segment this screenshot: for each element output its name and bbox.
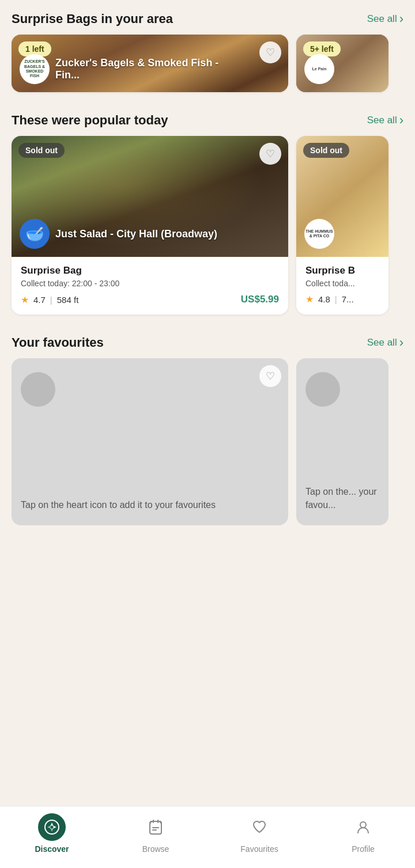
popular-today-see-all[interactable]: See all [367,113,403,128]
fav-placeholder-text-1: Tap on the heart icon to add it to your … [21,499,216,516]
just-salad-fav-button[interactable]: ♡ [259,143,281,165]
just-salad-collect-time: Collect today: 22:00 - 23:00 [21,279,279,288]
just-salad-distance: 584 ft [57,295,79,305]
browse-nav-label: Browse [142,844,169,854]
svg-rect-6 [152,827,159,828]
fav-placeholder-text-2: Tap on the... your favou... [305,486,379,516]
surprise-bags-see-all[interactable]: See all [367,12,403,26]
zucker-logo-circle: ZUCKER'SBAGELS &SMOKEDFISH [20,54,50,84]
just-salad-card-image: Sold out ♡ 🥣 Just Salad - City Hall (Bro… [12,136,288,257]
profile-icon [355,819,371,835]
favourites-icon-wrap [246,813,273,841]
just-salad-price: US$5.99 [241,294,279,305]
surprise-bags-header: Surprise Bags in your area See all [12,12,403,26]
hummus-logo: THE HUMMUS & PITA CO [304,219,334,249]
svg-point-0 [45,820,59,834]
popular-today-cards-row: Sold out ♡ 🥣 Just Salad - City Hall (Bro… [12,136,403,314]
favourites-see-all[interactable]: See all [367,335,403,350]
favourites-section: Your favourites See all ♡ Tap on the hea… [12,335,403,525]
nav-item-browse[interactable]: Browse [104,813,207,854]
lepain-card-image: 5+ left Le Pain [296,35,388,92]
just-salad-rating: 4.7 [33,295,46,305]
bottom-nav: Discover Browse Favourites [0,806,415,868]
browse-icon-wrap [142,813,169,841]
nav-item-discover[interactable]: Discover [0,813,104,854]
svg-rect-7 [152,829,157,831]
discover-icon-wrap [38,813,66,841]
profile-icon-wrap [349,813,377,841]
surprise-bags-section: Surprise Bags in your area See all 1 lef… [12,12,403,92]
nav-item-profile[interactable]: Profile [311,813,415,854]
hummus-bag-label: Surprise B [305,265,379,276]
nav-item-favourites[interactable]: Favourites [207,813,311,854]
hummus-collect-time: Collect toda... [305,279,379,288]
hummus-card-image: Sold out THE HUMMUS & PITA CO [296,136,388,257]
profile-nav-label: Profile [352,844,375,854]
discover-nav-label: Discover [35,844,69,854]
hummus-card-partial[interactable]: Sold out THE HUMMUS & PITA CO Surprise B… [296,136,388,314]
popular-today-section: These were popular today See all Sold ou… [12,113,403,314]
popular-today-header: These were popular today See all [12,113,403,128]
hummus-card-footer: ★ 4.8 | 7... [305,294,379,305]
browse-icon [148,819,164,835]
main-content: Surprise Bags in your area See all 1 lef… [0,0,415,615]
surprise-bags-title: Surprise Bags in your area [12,12,173,26]
fav-placeholder-heart-1[interactable]: ♡ [259,365,281,387]
hummus-star-icon: ★ [305,294,314,305]
favourites-icon [251,819,267,835]
hummus-rating: 4.8 [318,294,330,304]
just-salad-rating-dist: ★ 4.7 | 584 ft [21,294,78,305]
fav-placeholder-card-1[interactable]: ♡ Tap on the heart icon to add it to you… [12,358,288,525]
hummus-rating-dist: ★ 4.8 | 7... [305,294,354,305]
zucker-fav-button[interactable]: ♡ [259,41,281,63]
discover-icon [44,819,60,835]
just-salad-badge: Sold out [18,143,65,158]
just-salad-card-body: Surprise Bag Collect today: 22:00 - 23:0… [12,257,288,314]
just-salad-card[interactable]: Sold out ♡ 🥣 Just Salad - City Hall (Bro… [12,136,288,314]
just-salad-star-icon: ★ [21,294,29,305]
favourites-header: Your favourites See all [12,335,403,350]
fav-placeholder-logo-1 [21,372,55,407]
zucker-store-logo: ZUCKER'SBAGELS &SMOKEDFISH Zucker's Bage… [20,54,240,84]
just-salad-card-footer: ★ 4.7 | 584 ft US$5.99 [21,294,279,305]
svg-point-8 [360,822,366,828]
hummus-card-body: Surprise B Collect toda... ★ 4.8 | 7... [296,257,388,314]
favourites-cards-row: ♡ Tap on the heart icon to add it to you… [12,358,403,525]
svg-marker-4 [52,825,56,829]
lepain-logo: Le Pain [304,54,334,84]
favourites-nav-label: Favourites [240,844,278,854]
just-salad-store-logo: 🥣 Just Salad - City Hall (Broadway) [20,219,217,249]
fav-placeholder-logo-2 [305,372,340,407]
zucker-card[interactable]: 1 left ♡ ZUCKER'SBAGELS &SMOKEDFISH Zuck… [12,35,288,92]
just-salad-bag-label: Surprise Bag [21,265,279,276]
svg-marker-3 [47,825,51,829]
favourites-title: Your favourites [12,335,104,350]
fav-placeholder-card-2[interactable]: Tap on the... your favou... [296,358,388,525]
just-salad-logo-circle: 🥣 [20,219,50,249]
surprise-bags-cards-row: 1 left ♡ ZUCKER'SBAGELS &SMOKEDFISH Zuck… [12,35,403,92]
zucker-card-image: 1 left ♡ ZUCKER'SBAGELS &SMOKEDFISH Zuck… [12,35,288,92]
zucker-store-name: Zucker's Bagels & Smoked Fish - Fin... [55,57,240,81]
hummus-distance: 7... [342,294,354,304]
lepain-card-partial[interactable]: 5+ left Le Pain Surprise B Collect toda.… [296,35,388,92]
hummus-badge: Sold out [303,143,349,158]
just-salad-store-name: Just Salad - City Hall (Broadway) [55,228,217,240]
popular-today-title: These were popular today [12,113,168,128]
